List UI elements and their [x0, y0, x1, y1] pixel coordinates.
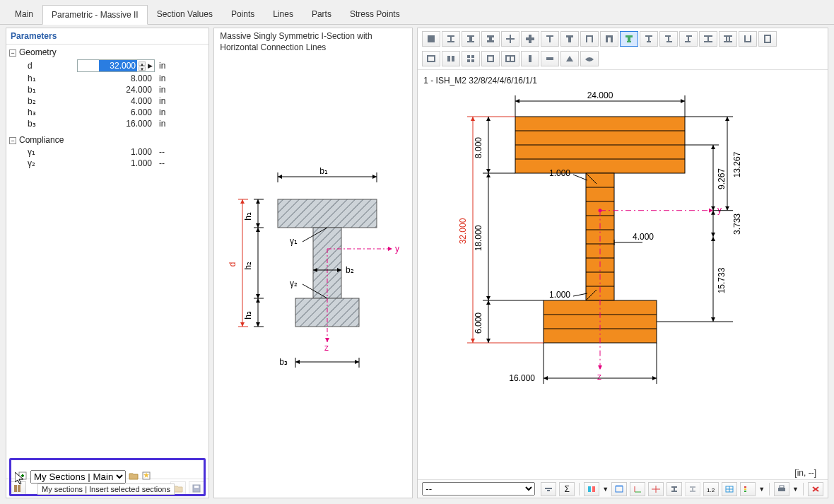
shape-tee-2[interactable] — [560, 31, 579, 47]
group-geometry[interactable]: −Geometry — [6, 46, 208, 59]
shape-cross-2[interactable] — [521, 31, 539, 47]
svg-rect-58 — [549, 35, 551, 42]
svg-rect-104 — [546, 57, 553, 60]
view-tool-ibeam-b[interactable] — [685, 482, 700, 496]
tab-parts[interactable]: Parts — [303, 4, 341, 24]
svg-rect-89 — [765, 35, 770, 42]
view-tool-values[interactable]: 1.2 — [703, 482, 719, 496]
shape-i-2[interactable] — [462, 31, 480, 47]
shape-b5[interactable] — [501, 51, 519, 66]
shape-b7[interactable] — [541, 51, 559, 66]
new-section-folder-icon[interactable] — [129, 471, 139, 483]
units-indicator: [in, --] — [423, 467, 822, 479]
svg-rect-63 — [592, 35, 593, 42]
shape-b8[interactable] — [560, 51, 579, 66]
svg-text:32.000: 32.000 — [458, 218, 468, 244]
tab-parametric-massive-ii[interactable]: Parametric - Massive II — [42, 5, 148, 25]
lookup-icon[interactable]: ▶ — [148, 62, 153, 69]
param-gamma2[interactable]: γ₂1.000-- — [6, 158, 208, 169]
shape-pi-2[interactable] — [600, 31, 618, 47]
shape-solid-rect[interactable] — [422, 31, 440, 47]
tab-section-values[interactable]: Section Values — [148, 4, 222, 24]
view-tool-grid[interactable] — [722, 482, 737, 496]
spin-up-icon[interactable]: ▲ — [139, 61, 146, 66]
close-render-icon[interactable] — [808, 482, 823, 496]
shape-i-unequal-selected[interactable] — [620, 31, 638, 47]
new-section-star-icon[interactable] — [141, 471, 151, 483]
svg-text:4.000: 4.000 — [633, 232, 654, 242]
shape-i-1[interactable] — [442, 31, 460, 47]
shape-b3[interactable] — [462, 51, 480, 66]
group-compliance[interactable]: −Compliance — [6, 134, 208, 146]
svg-rect-46 — [447, 41, 454, 42]
parameter-tree: −Geometry d ▲▼ ▶ in h₁8.000in b₁24.000in… — [6, 45, 208, 479]
shape-i-5[interactable] — [699, 31, 717, 47]
param-d[interactable]: d ▲▼ ▶ in — [6, 59, 208, 73]
print-icon[interactable] — [774, 482, 789, 496]
shape-i-4[interactable] — [640, 31, 658, 47]
svg-rect-92 — [452, 56, 454, 61]
svg-text:1.2: 1.2 — [707, 487, 715, 493]
svg-point-127 — [599, 209, 602, 212]
spin-down-icon[interactable]: ▼ — [139, 66, 146, 71]
svg-line-152 — [573, 175, 587, 180]
collapse-icon[interactable]: − — [9, 49, 16, 57]
tab-points[interactable]: Points — [222, 4, 264, 24]
svg-rect-75 — [666, 41, 672, 42]
param-h1[interactable]: h₁8.000in — [6, 73, 208, 84]
view-tool-axes[interactable] — [630, 482, 645, 496]
param-d-editor[interactable]: ▲▼ ▶ — [77, 59, 155, 72]
shape-b6[interactable] — [521, 51, 539, 66]
svg-rect-171 — [616, 486, 623, 492]
param-b1[interactable]: b₁24.000in — [6, 84, 208, 95]
svg-rect-187 — [744, 486, 746, 488]
shape-cross[interactable] — [501, 31, 519, 47]
param-h3[interactable]: h₃6.000in — [6, 107, 208, 118]
svg-text:b₃: b₃ — [280, 357, 288, 367]
result-dropdown[interactable]: -- — [422, 482, 535, 496]
svg-text:8.000: 8.000 — [474, 137, 483, 158]
svg-text:h₃: h₃ — [243, 311, 253, 320]
shape-b4[interactable] — [481, 51, 500, 66]
svg-rect-100 — [493, 55, 494, 62]
param-gamma1[interactable]: γ₁1.000-- — [6, 146, 208, 158]
collapse-icon[interactable]: − — [9, 137, 16, 144]
shape-u-1[interactable] — [739, 31, 757, 47]
view-tool-2[interactable]: Σ — [559, 482, 575, 496]
param-d-input[interactable] — [99, 60, 137, 71]
shape-z-2[interactable] — [679, 31, 698, 47]
render-status-bar: -- Σ ▼ 1.2 ▼ ▼ — [418, 479, 828, 498]
shape-b1[interactable] — [422, 51, 440, 66]
view-tool-dims[interactable] — [611, 482, 627, 496]
svg-rect-82 — [724, 35, 732, 37]
view-tool-1[interactable] — [541, 482, 556, 496]
shape-i-6[interactable] — [719, 31, 737, 47]
view-tool-color[interactable] — [584, 482, 599, 496]
svg-rect-8 — [278, 199, 377, 228]
svg-rect-190 — [778, 488, 785, 491]
view-tool-principal[interactable] — [648, 482, 664, 496]
param-b2[interactable]: b₂4.000in — [6, 95, 208, 107]
shape-b9[interactable] — [580, 51, 599, 66]
tab-lines[interactable]: Lines — [264, 4, 303, 24]
tab-stress-points[interactable]: Stress Points — [341, 4, 409, 24]
shape-toolbar — [418, 28, 828, 70]
shape-b2[interactable] — [442, 51, 460, 66]
my-sections-dropdown[interactable]: My Sections | Main — [30, 470, 126, 484]
svg-rect-169 — [588, 486, 591, 492]
svg-text:1.000: 1.000 — [549, 290, 570, 300]
shape-pi-1[interactable] — [580, 31, 599, 47]
shape-i-3[interactable] — [481, 31, 500, 47]
render-view[interactable]: y z 24.000 32.000 — [423, 88, 822, 467]
svg-rect-188 — [744, 488, 746, 490]
tab-main[interactable]: Main — [6, 4, 42, 24]
shape-rect-2[interactable] — [758, 31, 777, 47]
param-b3[interactable]: b₃16.000in — [6, 118, 208, 129]
view-tool-ibeam-a[interactable] — [666, 482, 682, 496]
shape-tee-1[interactable] — [541, 31, 559, 47]
shape-z-1[interactable] — [659, 31, 678, 47]
group-label: Compliance — [19, 135, 64, 145]
svg-text:6.000: 6.000 — [474, 312, 483, 334]
view-tool-legend[interactable] — [740, 482, 756, 496]
svg-rect-93 — [467, 55, 470, 58]
